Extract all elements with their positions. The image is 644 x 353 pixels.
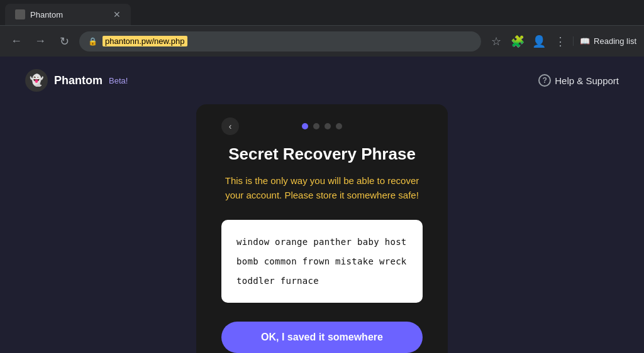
card-subtitle: This is the only way you will be able to…: [221, 174, 423, 202]
dot-1: [302, 123, 308, 129]
ghost-icon: 👻: [30, 73, 43, 87]
reading-list-icon: 📖: [580, 36, 590, 46]
help-support-link[interactable]: ? Help & Support: [538, 74, 619, 87]
ok-saved-button[interactable]: OK, I saved it somewhere: [221, 322, 423, 353]
reading-list-section: 📖 Reading list: [573, 36, 636, 46]
help-icon: ?: [538, 74, 551, 87]
reading-list-label: Reading list: [594, 36, 636, 46]
tab-bar: Phantom ✕: [0, 0, 644, 25]
back-button[interactable]: ←: [8, 33, 25, 50]
dot-3: [325, 123, 331, 129]
lock-icon: 🔒: [88, 37, 97, 46]
dot-2: [313, 123, 319, 129]
url-text: phantonn.pw/new.php: [103, 36, 187, 46]
address-bar-row: ← → ↻ 🔒 phantonn.pw/new.php ☆ 🧩 👤 ⋮ 📖 Re…: [0, 25, 644, 57]
extensions-button[interactable]: 🧩: [509, 33, 526, 50]
phantom-logo: 👻 Phantom Beta!: [25, 69, 128, 92]
browser-chrome: Phantom ✕ ← → ↻ 🔒 phantonn.pw/new.php ☆ …: [0, 0, 644, 57]
question-mark: ?: [543, 76, 547, 85]
active-tab[interactable]: Phantom ✕: [5, 4, 131, 25]
recovery-phrase-card: ‹ Secret Recovery Phrase This is the onl…: [196, 104, 448, 353]
phrase-box: window orange panther baby host bomb com…: [221, 220, 423, 303]
profile-button[interactable]: 👤: [530, 33, 548, 50]
toolbar-icons: ☆ 🧩 👤 ⋮ 📖 Reading list: [487, 33, 636, 50]
phantom-beta-label: Beta!: [109, 76, 128, 85]
help-support-label: Help & Support: [555, 75, 619, 86]
menu-button[interactable]: ⋮: [552, 33, 569, 50]
forward-button[interactable]: →: [31, 33, 49, 50]
dot-4: [336, 123, 342, 129]
page-header: 👻 Phantom Beta! ? Help & Support: [0, 57, 644, 104]
card-back-button[interactable]: ‹: [221, 117, 239, 135]
address-bar[interactable]: 🔒 phantonn.pw/new.php: [79, 31, 481, 52]
star-button[interactable]: ☆: [487, 33, 505, 50]
phantom-brand-name: Phantom: [54, 74, 103, 87]
refresh-button[interactable]: ↻: [55, 33, 73, 50]
pagination-dots: ‹: [221, 123, 423, 129]
phrase-words: window orange panther baby host bomb com…: [236, 237, 407, 286]
tab-favicon: [15, 9, 25, 19]
card-title: Secret Recovery Phrase: [221, 144, 423, 164]
phantom-icon: 👻: [25, 69, 48, 92]
tab-title: Phantom: [30, 10, 63, 19]
tab-close-button[interactable]: ✕: [113, 9, 121, 19]
